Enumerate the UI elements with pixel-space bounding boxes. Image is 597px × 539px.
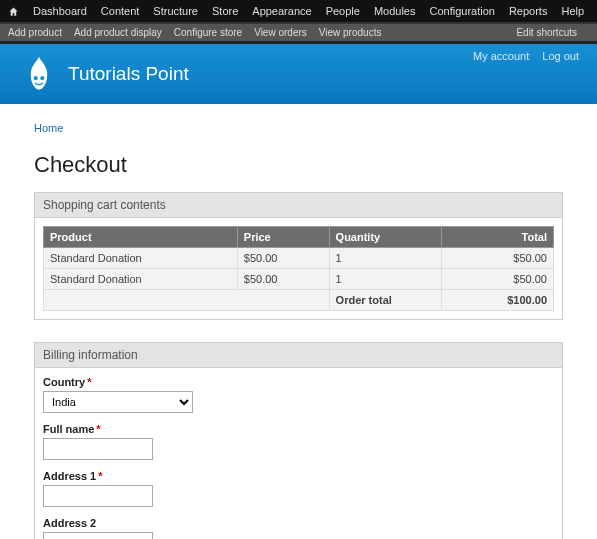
table-row: Standard Donation $50.00 1 $50.00 bbox=[44, 248, 554, 269]
menu-structure[interactable]: Structure bbox=[153, 5, 198, 17]
cart-table: Product Price Quantity Total Standard Do… bbox=[43, 226, 554, 311]
menu-help[interactable]: Help bbox=[561, 5, 584, 17]
menu-reports[interactable]: Reports bbox=[509, 5, 548, 17]
col-price: Price bbox=[237, 227, 329, 248]
site-name: Tutorials Point bbox=[68, 63, 189, 85]
shortcut-add-product[interactable]: Add product bbox=[8, 27, 62, 38]
menu-appearance[interactable]: Appearance bbox=[252, 5, 311, 17]
breadcrumb: Home bbox=[34, 122, 563, 134]
header-logout-link[interactable]: Log out bbox=[542, 50, 579, 62]
shortcut-configure-store[interactable]: Configure store bbox=[174, 27, 242, 38]
fullname-label: Full name* bbox=[43, 423, 554, 435]
cart-legend: Shopping cart contents bbox=[35, 193, 562, 218]
addr1-label: Address 1* bbox=[43, 470, 554, 482]
drupal-logo-icon bbox=[22, 55, 56, 93]
main-content: Home Checkout Shopping cart contents Pro… bbox=[0, 104, 597, 539]
table-row: Standard Donation $50.00 1 $50.00 bbox=[44, 269, 554, 290]
addr1-input[interactable] bbox=[43, 485, 153, 507]
site-header: Tutorials Point My account Log out bbox=[0, 44, 597, 104]
col-total: Total bbox=[441, 227, 553, 248]
home-icon[interactable] bbox=[8, 6, 19, 17]
edit-shortcuts[interactable]: Edit shortcuts bbox=[516, 27, 577, 38]
breadcrumb-home[interactable]: Home bbox=[34, 122, 63, 134]
svg-point-0 bbox=[34, 76, 38, 80]
my-account-link[interactable]: My account bbox=[473, 50, 529, 62]
shortcut-view-products[interactable]: View products bbox=[319, 27, 382, 38]
col-product: Product bbox=[44, 227, 238, 248]
fullname-input[interactable] bbox=[43, 438, 153, 460]
admin-toolbar: Dashboard Content Structure Store Appear… bbox=[0, 0, 597, 24]
order-total-row: Order total $100.00 bbox=[44, 290, 554, 311]
menu-store[interactable]: Store bbox=[212, 5, 238, 17]
header-user-links: My account Log out bbox=[463, 50, 579, 62]
page-title: Checkout bbox=[34, 152, 563, 178]
menu-configuration[interactable]: Configuration bbox=[429, 5, 494, 17]
menu-modules[interactable]: Modules bbox=[374, 5, 416, 17]
menu-people[interactable]: People bbox=[326, 5, 360, 17]
svg-point-1 bbox=[40, 76, 44, 80]
shortcut-add-product-display[interactable]: Add product display bbox=[74, 27, 162, 38]
cart-fieldset: Shopping cart contents Product Price Qua… bbox=[34, 192, 563, 320]
menu-dashboard[interactable]: Dashboard bbox=[33, 5, 87, 17]
col-qty: Quantity bbox=[329, 227, 441, 248]
shortcut-view-orders[interactable]: View orders bbox=[254, 27, 307, 38]
country-label: Country* bbox=[43, 376, 554, 388]
billing-legend: Billing information bbox=[35, 343, 562, 368]
addr2-label: Address 2 bbox=[43, 517, 554, 529]
country-select[interactable]: India bbox=[43, 391, 193, 413]
billing-fieldset: Billing information Country* India Full … bbox=[34, 342, 563, 539]
menu-content[interactable]: Content bbox=[101, 5, 140, 17]
addr2-input[interactable] bbox=[43, 532, 153, 539]
shortcut-bar: Add product Add product display Configur… bbox=[0, 24, 597, 44]
